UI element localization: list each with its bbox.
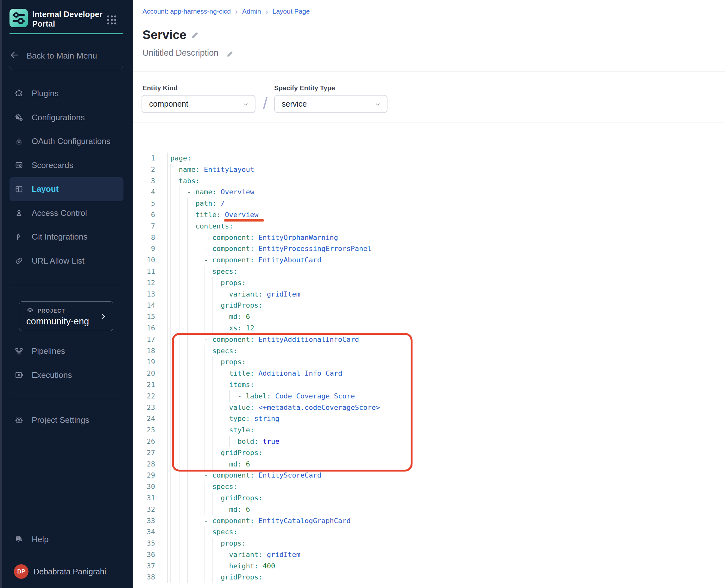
chevron-right-icon xyxy=(99,312,107,320)
breadcrumb-link[interactable]: Layout Page xyxy=(273,7,310,15)
code-line[interactable]: 27gridProps: xyxy=(133,447,725,459)
code-line[interactable]: 3tabs: xyxy=(133,175,725,187)
page-description: Unititled Description xyxy=(143,48,219,58)
code-line[interactable]: 34specs: xyxy=(133,526,725,538)
code-line[interactable]: 28md: 6 xyxy=(133,459,725,470)
code-line[interactable]: 29- component: EntityScoreCard xyxy=(133,470,725,481)
yaml-editor[interactable]: 1page:2name: EntityLayout3tabs:4- name: … xyxy=(133,152,725,583)
code-line[interactable]: 33- component: EntityCatalogGraphCard xyxy=(133,515,725,527)
project-selector[interactable]: PROJECT community-eng xyxy=(19,301,113,331)
sidebar-item-project-settings[interactable]: Project Settings xyxy=(9,408,123,432)
code-line[interactable]: 17- component: EntityAdditionalInfoCard xyxy=(133,334,725,345)
indent-guide xyxy=(170,289,179,300)
code-line[interactable]: 4- name: Overview xyxy=(133,186,725,198)
code-line[interactable]: 35props: xyxy=(133,538,725,549)
code-line[interactable]: 26bold: true xyxy=(133,436,725,447)
code-line[interactable]: 21items: xyxy=(133,379,725,391)
indent-guide xyxy=(204,571,212,583)
indent-guide xyxy=(212,459,221,470)
sidebar-item-access-control[interactable]: Access Control xyxy=(9,201,123,225)
code-line[interactable]: 37height: 400 xyxy=(133,561,725,572)
code-line[interactable]: 5path: / xyxy=(133,198,725,209)
code-line[interactable]: 23value: <+metadata.codeCoverageScore> xyxy=(133,402,725,413)
yaml-value: Code Coverage Score xyxy=(275,392,355,400)
line-number: 18 xyxy=(133,345,168,357)
code-line[interactable]: 18specs: xyxy=(133,345,725,357)
user-menu[interactable]: DP Debabrata Panigrahi xyxy=(9,562,123,581)
code-line[interactable]: 30specs: xyxy=(133,481,725,492)
line-number: 9 xyxy=(133,243,168,254)
indent-guide xyxy=(196,356,204,368)
yaml-value: 6 xyxy=(246,460,250,468)
entity-kind-select[interactable]: component xyxy=(142,95,255,113)
code-line[interactable]: 2name: EntityLayout xyxy=(133,164,725,175)
indent-guide xyxy=(212,300,221,311)
indent-guide xyxy=(179,561,187,572)
sidebar-item-layout[interactable]: Layout xyxy=(9,177,123,201)
line-number: 7 xyxy=(133,220,168,232)
code-line[interactable]: 22- label: Code Coverage Score xyxy=(133,391,725,402)
pipeline-icon xyxy=(15,347,23,356)
code-line[interactable]: 8- component: EntityOrphanWarning xyxy=(133,232,725,244)
indent-guide xyxy=(196,470,204,481)
yaml-key: component: xyxy=(212,517,254,525)
indent-guide xyxy=(196,379,204,391)
indent-guide xyxy=(179,492,187,504)
line-number: 17 xyxy=(133,334,168,345)
sidebar-item-pipelines[interactable]: Pipelines xyxy=(9,339,123,363)
code-line[interactable]: 9- component: EntityProcessingErrorsPane… xyxy=(133,243,725,254)
sidebar-item-git-integrations[interactable]: Git Integrations xyxy=(9,225,123,249)
code-line[interactable]: 13variant: gridItem xyxy=(133,289,725,300)
indent-guide xyxy=(204,413,212,424)
code-line[interactable]: 32md: 6 xyxy=(133,504,725,515)
entity-kind-value: component xyxy=(149,99,188,108)
indent-guide xyxy=(179,209,187,220)
code-line[interactable]: 19props: xyxy=(133,356,725,368)
indent-guide xyxy=(170,470,179,481)
code-line[interactable]: 16xs: 12 xyxy=(133,322,725,334)
sidebar-item-executions[interactable]: Executions xyxy=(9,363,123,387)
back-to-main-menu-button[interactable]: Back to Main Menu xyxy=(9,47,123,65)
sidebar-item-label: Help xyxy=(32,534,48,544)
indent-guide xyxy=(221,322,229,334)
line-number: 3 xyxy=(133,175,168,187)
sidebar-item-help[interactable]: ?Help xyxy=(9,528,123,552)
code-line[interactable]: 14gridProps: xyxy=(133,300,725,311)
indent-guide xyxy=(204,311,212,322)
code-line[interactable]: 38gridProps: xyxy=(133,571,725,583)
breadcrumb-link[interactable]: Admin xyxy=(242,7,261,15)
sidebar: Internal Developer Portal Back to Main M… xyxy=(0,0,133,588)
indent-guide xyxy=(179,243,187,254)
breadcrumb-separator: › xyxy=(235,8,238,15)
code-line[interactable]: 10- component: EntityAboutCard xyxy=(133,254,725,266)
code-line[interactable]: 31gridProps: xyxy=(133,492,725,504)
sidebar-item-url-allow-list[interactable]: URL Allow List xyxy=(9,249,123,273)
indent-guide xyxy=(187,515,196,527)
code-line[interactable]: 20title: Additional Info Card xyxy=(133,368,725,379)
code-line[interactable]: 12props: xyxy=(133,277,725,289)
app-switcher-grid-icon[interactable] xyxy=(106,14,118,26)
code-line[interactable]: 25style: xyxy=(133,424,725,436)
code-line[interactable]: 6title: Overview xyxy=(133,209,725,220)
sidebar-item-plugins[interactable]: Plugins xyxy=(9,82,123,106)
indent-guide xyxy=(170,515,179,527)
indent-guide xyxy=(221,459,229,470)
entity-type-select[interactable]: service xyxy=(274,95,388,113)
sidebar-item-oauth-configurations[interactable]: OAuth Configurations xyxy=(9,129,123,153)
yaml-key: items: xyxy=(229,381,254,388)
edit-title-pencil-icon[interactable] xyxy=(190,30,200,40)
code-line[interactable]: 7contents: xyxy=(133,220,725,232)
code-line[interactable]: 36variant: gridItem xyxy=(133,549,725,561)
code-line[interactable]: 24type: string xyxy=(133,413,725,424)
code-line[interactable]: 1page: xyxy=(133,152,725,164)
breadcrumb-link[interactable]: Account: app-harness-ng-cicd xyxy=(143,7,231,15)
sidebar-item-scorecards[interactable]: Scorecards xyxy=(9,153,123,177)
indent-guide xyxy=(196,413,204,424)
sidebar-item-configurations[interactable]: Configurations xyxy=(9,106,123,130)
code-line[interactable]: 15md: 6 xyxy=(133,311,725,322)
yaml-value: EntityAdditionalInfoCard xyxy=(258,335,359,343)
indent-guide xyxy=(196,334,204,345)
code-line[interactable]: 11specs: xyxy=(133,266,725,277)
indent-guide xyxy=(204,481,212,492)
edit-description-pencil-icon[interactable] xyxy=(225,50,234,58)
